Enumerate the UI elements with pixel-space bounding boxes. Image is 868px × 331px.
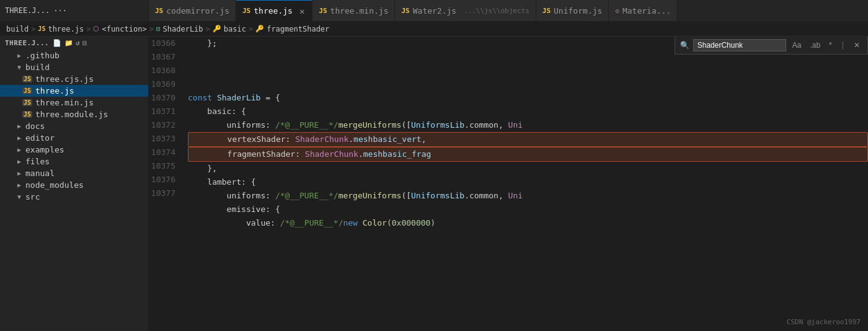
new-folder-icon[interactable]: 📁 bbox=[64, 39, 74, 47]
js-icon: JS bbox=[22, 111, 32, 118]
tab-threejs[interactable]: JS three.js ✕ bbox=[236, 0, 312, 21]
sidebar-item-files[interactable]: ▶ files bbox=[0, 156, 148, 167]
code-line-10369: basic: { bbox=[188, 105, 868, 118]
chevron-right-icon: ▶ bbox=[17, 135, 21, 141]
code-area: 10366 10367 10368 10369 10370 10371 1037… bbox=[149, 37, 868, 331]
sidebar-item-three-cjs[interactable]: JS three.cjs.js bbox=[0, 73, 148, 85]
close-icon[interactable]: ✕ bbox=[298, 6, 306, 16]
sidebar-item-label: three.js bbox=[35, 86, 74, 95]
code-line-10377: value: /*@__PURE__*/new Color(0x000000) bbox=[188, 216, 868, 230]
code-line-10374: lambert: { bbox=[188, 175, 868, 189]
line-numbers: 10366 10367 10368 10369 10370 10371 1037… bbox=[149, 37, 183, 331]
js-icon: JS bbox=[242, 7, 250, 15]
sidebar-item-label: .github bbox=[25, 51, 60, 60]
find-input[interactable] bbox=[693, 39, 786, 51]
bc-func-icon: ⬡ bbox=[93, 25, 99, 33]
main-content: THREE.J... 📄 📁 ↺ ⊟ ▶ .github ▼ build JS … bbox=[0, 37, 868, 331]
code-line-10370: uniforms: /*@__PURE__*/mergeUniforms([Un… bbox=[188, 118, 868, 132]
tab-codemirror[interactable]: JS codemirror.js bbox=[149, 0, 236, 21]
chevron-right-icon: ▶ bbox=[17, 170, 21, 177]
chevron-down-icon: ▼ bbox=[17, 193, 21, 200]
chevron-down-icon: ▼ bbox=[17, 64, 21, 71]
explorer-title: THREE.J... bbox=[5, 6, 50, 15]
regex-btn[interactable]: * bbox=[826, 40, 835, 51]
sidebar-item-label: files bbox=[25, 157, 50, 166]
sidebar-item-label: editor bbox=[25, 133, 55, 143]
js-icon: JS bbox=[22, 76, 32, 82]
js-icon: JS bbox=[319, 7, 327, 15]
new-file-icon[interactable]: 📄 bbox=[53, 39, 62, 47]
js-icon: JS bbox=[155, 7, 163, 15]
collapse-icon[interactable]: ⊟ bbox=[82, 39, 87, 47]
sidebar-item-label: docs bbox=[25, 121, 45, 131]
find-separator: | bbox=[841, 41, 845, 50]
js-icon: JS bbox=[542, 7, 551, 15]
sidebar: THREE.J... 📄 📁 ↺ ⊟ ▶ .github ▼ build JS … bbox=[0, 37, 149, 331]
bc-js-icon: JS bbox=[38, 25, 45, 32]
sidebar-item-three-js[interactable]: JS three.js bbox=[0, 85, 148, 97]
close-find-btn[interactable]: ✕ bbox=[851, 40, 862, 51]
sidebar-item-examples[interactable]: ▶ examples bbox=[0, 144, 148, 156]
bc-threejs[interactable]: three.js bbox=[48, 25, 84, 33]
chevron-right-icon: ▶ bbox=[17, 123, 21, 130]
code-lines: }; const ShaderLib = { basic: { uniforms… bbox=[183, 37, 868, 331]
js-icon: JS bbox=[401, 7, 409, 15]
more-options-icon[interactable]: ··· bbox=[53, 6, 67, 15]
breadcrumb: build > JS three.js > ⬡ <function> > ⊡ S… bbox=[0, 22, 868, 37]
refresh-icon[interactable]: ↺ bbox=[76, 39, 80, 47]
code-line-10368: const ShaderLib = { bbox=[188, 91, 868, 105]
sidebar-item-label: three.module.js bbox=[35, 110, 108, 119]
whole-word-btn[interactable]: .ab bbox=[807, 40, 823, 51]
tab-uniformjs-label: Uniform.js bbox=[554, 6, 602, 15]
code-line-10376: emissive: { bbox=[188, 203, 868, 216]
code-editor: 🔍 Aa .ab * | ✕ 10366 10367 10368 10369 1… bbox=[149, 37, 868, 331]
bc-basic[interactable]: basic bbox=[224, 25, 246, 33]
sidebar-item-three-module[interactable]: JS three.module.js bbox=[0, 108, 148, 120]
tab-threejs-label: three.js bbox=[254, 6, 293, 15]
code-line-10371: vertexShader: ShaderChunk.meshbasic_vert… bbox=[188, 132, 868, 147]
sidebar-item-build[interactable]: ▼ build bbox=[0, 61, 148, 73]
tab-uniformjs[interactable]: JS Uniform.js bbox=[536, 0, 609, 21]
sidebar-item-label: src bbox=[25, 192, 40, 201]
sidebar-icons[interactable]: 📄 📁 ↺ ⊟ bbox=[53, 39, 87, 47]
sidebar-title: THREE.J... bbox=[5, 39, 49, 47]
watermark: CSDN @jackeroo1997 bbox=[787, 318, 861, 326]
tab-bar: THREE.J... ··· JS codemirror.js JS three… bbox=[0, 0, 868, 22]
tab-threeminjs[interactable]: JS three.min.js bbox=[312, 0, 395, 21]
code-line-10367 bbox=[188, 50, 868, 91]
mat-icon: ◇ bbox=[615, 7, 619, 15]
tab-water2js-extra: ...\\js\\objects bbox=[459, 7, 529, 15]
find-widget: 🔍 Aa .ab * | ✕ bbox=[675, 37, 868, 55]
code-line-10375: uniforms: /*@__PURE__*/mergeUniforms([Un… bbox=[188, 189, 868, 203]
sidebar-item-three-min[interactable]: JS three.min.js bbox=[0, 97, 148, 108]
sidebar-item-github[interactable]: ▶ .github bbox=[0, 50, 148, 61]
tab-water2js[interactable]: JS Water2.js ...\\js\\objects bbox=[395, 0, 536, 21]
find-label: 🔍 bbox=[680, 41, 689, 50]
code-line-10372: fragmentShader: ShaderChunk.meshbasic_fr… bbox=[188, 147, 868, 162]
chevron-right-icon: ▶ bbox=[17, 158, 21, 165]
sidebar-item-node-modules[interactable]: ▶ node_modules bbox=[0, 179, 148, 191]
sidebar-item-src[interactable]: ▼ src bbox=[0, 191, 148, 203]
explorer-header: THREE.J... ··· bbox=[0, 0, 149, 21]
chevron-right-icon: ▶ bbox=[17, 52, 21, 59]
js-icon: JS bbox=[22, 99, 32, 106]
bc-frag-icon: 🔑 bbox=[255, 25, 264, 33]
bc-function[interactable]: <function> bbox=[102, 25, 146, 33]
bc-shaderlib[interactable]: ShaderLib bbox=[163, 25, 203, 33]
js-icon: JS bbox=[22, 87, 32, 94]
tab-material[interactable]: ◇ Materia... bbox=[609, 0, 678, 21]
sidebar-item-editor[interactable]: ▶ editor bbox=[0, 132, 148, 144]
sidebar-header: THREE.J... 📄 📁 ↺ ⊟ bbox=[0, 37, 148, 50]
sidebar-item-label: manual bbox=[25, 169, 55, 178]
chevron-right-icon: ▶ bbox=[17, 146, 21, 153]
tab-threeminjs-label: three.min.js bbox=[330, 6, 389, 15]
bc-shaderlib-icon: ⊡ bbox=[156, 25, 161, 33]
bc-fragmentshader[interactable]: fragmentShader bbox=[267, 25, 329, 33]
case-sensitive-btn[interactable]: Aa bbox=[790, 40, 804, 51]
sidebar-item-label: node_modules bbox=[25, 180, 84, 190]
bc-key-icon: 🔑 bbox=[213, 25, 221, 33]
code-line-10373: }, bbox=[188, 162, 868, 175]
sidebar-item-docs[interactable]: ▶ docs bbox=[0, 120, 148, 132]
bc-build[interactable]: build bbox=[6, 25, 29, 33]
sidebar-item-manual[interactable]: ▶ manual bbox=[0, 167, 148, 179]
